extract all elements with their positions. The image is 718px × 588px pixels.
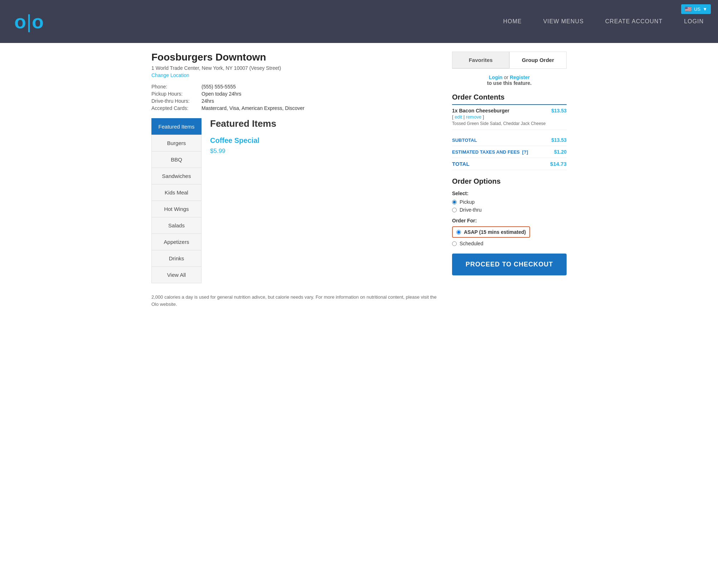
scheduled-radio[interactable] — [452, 241, 457, 246]
pickup-value: Open today 24hrs — [202, 91, 241, 97]
or-text: or — [504, 74, 510, 80]
tab-group-order[interactable]: Group Order — [509, 52, 567, 68]
totals-section: SUBTOTAL $13.53 ESTIMATED TAXES AND FEES… — [452, 134, 567, 170]
site-header: o|o HOME VIEW MENUS CREATE ACCOUNT LOGIN… — [0, 0, 718, 43]
scheduled-label: Scheduled — [460, 241, 483, 246]
pickup-label: Pickup Hours: — [151, 91, 202, 97]
order-item-qty: 1x — [452, 108, 458, 114]
total-label: TOTAL — [452, 161, 470, 167]
logo[interactable]: o|o — [14, 12, 43, 31]
select-label: Select: — [452, 191, 567, 196]
left-content: Foosburgers Downtown 1 World Trade Cente… — [151, 52, 441, 308]
order-for-label: Order For: — [452, 218, 567, 223]
drivethru-option[interactable]: Drive-thru — [452, 207, 567, 213]
subtotal-row: SUBTOTAL $13.53 — [452, 134, 567, 146]
nav-view-menus[interactable]: VIEW MENUS — [543, 18, 584, 25]
taxes-label-text: ESTIMATED TAXES AND FEES — [452, 149, 520, 155]
pickup-radio[interactable] — [452, 200, 457, 204]
right-sidebar: Favorites Group Order Login or Register … — [452, 52, 567, 308]
cat-drinks[interactable]: Drinks — [151, 250, 202, 267]
subtotal-value: $13.53 — [551, 137, 567, 143]
register-link[interactable]: Register — [510, 74, 530, 80]
cards-value: Mastercard, Visa, American Express, Disc… — [202, 105, 305, 111]
restaurant-info: Phone: (555) 555-5555 Pickup Hours: Open… — [151, 84, 441, 111]
order-item-description: Tossed Green Side Salad, Cheddar Jack Ch… — [452, 121, 567, 126]
order-item-title: Bacon Cheeseburger — [459, 108, 509, 114]
cat-kids-meal[interactable]: Kids Meal — [151, 184, 202, 201]
order-item-actions: [ edit | remove ] — [452, 114, 567, 120]
taxes-question[interactable]: [?] — [522, 149, 528, 155]
language-label: US — [694, 6, 700, 12]
nav-login[interactable]: LOGIN — [684, 18, 704, 25]
scheduled-option[interactable]: Scheduled — [452, 241, 567, 246]
menu-content: Featured Items Coffee Special $5.99 — [210, 118, 441, 283]
menu-item: Coffee Special $5.99 — [210, 136, 441, 155]
drivethru-radio[interactable] — [452, 208, 457, 212]
pickup-label: Pickup — [460, 199, 475, 205]
login-register-prompt: Login or Register to use this feature. — [452, 74, 567, 86]
order-item-price: $13.53 — [551, 108, 567, 114]
nav-create-account[interactable]: CREATE ACCOUNT — [605, 18, 663, 25]
asap-label: ASAP (15 mins estimated) — [464, 229, 526, 235]
drivethru-label: Drive-thru — [460, 207, 481, 213]
order-contents-title: Order Contents — [452, 93, 567, 105]
menu-area: Featured Items Burgers BBQ Sandwiches Ki… — [151, 118, 441, 283]
main-container: Foosburgers Downtown 1 World Trade Cente… — [144, 43, 574, 315]
asap-option-container[interactable]: ASAP (15 mins estimated) — [452, 226, 530, 238]
change-location-link[interactable]: Change Location — [151, 72, 189, 78]
total-value: $14.73 — [550, 161, 567, 167]
menu-section-title: Featured Items — [210, 118, 441, 129]
subtotal-label: SUBTOTAL — [452, 138, 477, 143]
info-row-phone: Phone: (555) 555-5555 — [151, 84, 441, 90]
remove-link[interactable]: remove — [466, 114, 481, 120]
order-item-name: 1x Bacon Cheeseburger — [452, 108, 509, 114]
login-sub-text: to use this feature. — [487, 80, 532, 86]
restaurant-address: 1 World Trade Center, New York, NY 10007… — [151, 65, 441, 71]
calorie-note: 2,000 calories a day is used for general… — [151, 294, 441, 308]
tab-favorites[interactable]: Favorites — [452, 52, 509, 68]
order-options-title: Order Options — [452, 177, 567, 185]
restaurant-name: Foosburgers Downtown — [151, 52, 441, 63]
main-nav: HOME VIEW MENUS CREATE ACCOUNT LOGIN — [503, 18, 704, 25]
logo-text: o|o — [14, 12, 43, 31]
drivethru-label: Drive-thru Hours: — [151, 98, 202, 104]
language-selector[interactable]: 🇺🇸 US ▼ — [681, 4, 711, 14]
cat-bbq[interactable]: BBQ — [151, 151, 202, 168]
menu-category-sidebar: Featured Items Burgers BBQ Sandwiches Ki… — [151, 118, 202, 283]
chevron-down-icon: ▼ — [703, 6, 707, 12]
menu-item-price: $5.99 — [210, 148, 441, 155]
info-row-cards: Accepted Cards: Mastercard, Visa, Americ… — [151, 105, 441, 111]
sidebar-tabs: Favorites Group Order — [452, 52, 567, 69]
phone-value: (555) 555-5555 — [202, 84, 236, 90]
cat-featured-items[interactable]: Featured Items — [151, 118, 202, 135]
order-item-row: 1x Bacon Cheeseburger $13.53 — [452, 108, 567, 114]
cards-label: Accepted Cards: — [151, 105, 202, 111]
taxes-value: $1.20 — [554, 149, 567, 155]
asap-radio[interactable] — [456, 230, 461, 235]
order-item: 1x Bacon Cheeseburger $13.53 [ edit | re… — [452, 108, 567, 130]
cat-hot-wings[interactable]: Hot Wings — [151, 201, 202, 217]
cat-view-all[interactable]: View All — [151, 266, 202, 283]
phone-label: Phone: — [151, 84, 202, 90]
cat-salads[interactable]: Salads — [151, 217, 202, 234]
taxes-label: ESTIMATED TAXES AND FEES [?] — [452, 149, 528, 155]
order-for-group: Order For: ASAP (15 mins estimated) Sche… — [452, 218, 567, 246]
info-row-pickup: Pickup Hours: Open today 24hrs — [151, 91, 441, 97]
cat-burgers[interactable]: Burgers — [151, 135, 202, 151]
cat-appetizers[interactable]: Appetizers — [151, 233, 202, 250]
info-row-drivethru: Drive-thru Hours: 24hrs — [151, 98, 441, 104]
order-type-group: Select: Pickup Drive-thru — [452, 191, 567, 213]
flag-icon: 🇺🇸 — [685, 6, 692, 13]
edit-link[interactable]: edit — [455, 114, 462, 120]
login-link[interactable]: Login — [489, 74, 503, 80]
cat-sandwiches[interactable]: Sandwiches — [151, 168, 202, 184]
pickup-option[interactable]: Pickup — [452, 199, 567, 205]
checkout-button[interactable]: PROCEED TO CHECKOUT — [452, 254, 567, 275]
menu-item-name[interactable]: Coffee Special — [210, 136, 441, 145]
nav-home[interactable]: HOME — [503, 18, 522, 25]
total-row: TOTAL $14.73 — [452, 158, 567, 170]
drivethru-value: 24hrs — [202, 98, 214, 104]
taxes-row: ESTIMATED TAXES AND FEES [?] $1.20 — [452, 146, 567, 158]
